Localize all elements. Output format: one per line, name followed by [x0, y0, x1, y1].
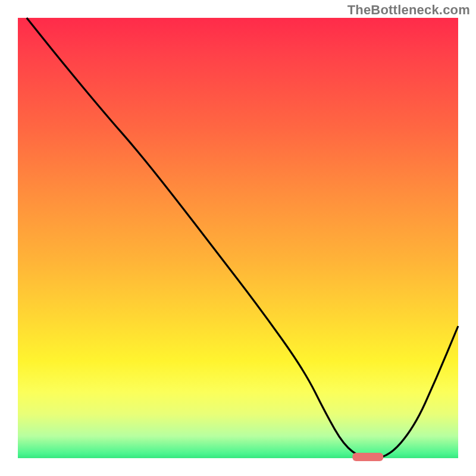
plot-svg [18, 18, 458, 458]
optimal-region-marker [352, 453, 383, 461]
attribution-label: TheBottleneck.com [347, 2, 470, 18]
chart-wrapper: TheBottleneck.com [0, 0, 476, 476]
bottleneck-curve [27, 18, 458, 458]
plot-area [18, 18, 458, 458]
